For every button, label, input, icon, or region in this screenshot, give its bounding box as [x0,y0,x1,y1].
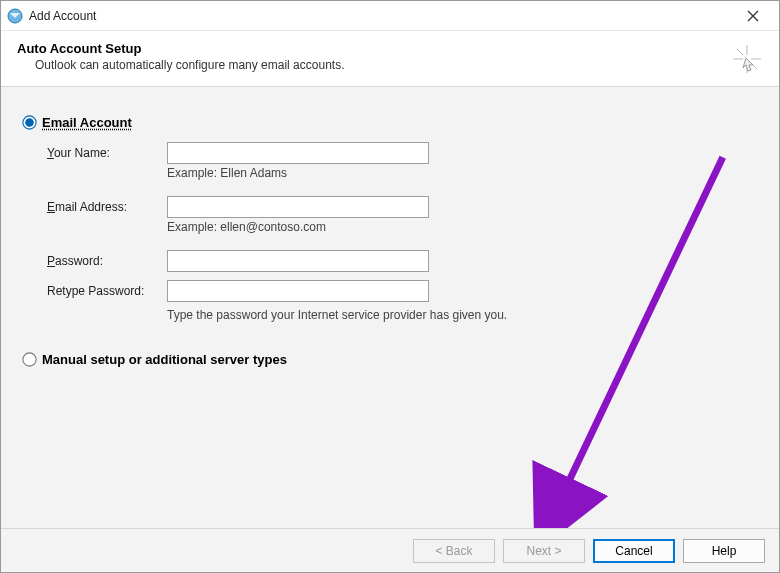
wizard-content: Email Account Your Name: Example: Ellen … [1,87,779,528]
option-manual-setup[interactable]: Manual setup or additional server types [23,352,757,367]
svg-line-5 [737,49,743,55]
label-retype-password: Retype Password: [47,284,167,298]
row-your-name: Your Name: [47,142,757,164]
input-password[interactable] [167,250,429,272]
outlook-icon [7,8,23,24]
radio-email-account[interactable] [22,115,36,129]
option-email-account[interactable]: Email Account [23,115,757,130]
hint-password: Type the password your Internet service … [47,308,757,322]
hint-your-name: Example: Ellen Adams [47,166,757,180]
radio-manual-setup-label[interactable]: Manual setup or additional server types [42,352,287,367]
window-title: Add Account [29,9,733,23]
input-your-name[interactable] [167,142,429,164]
help-button[interactable]: Help [683,539,765,563]
label-password: Password: [47,254,167,268]
input-email[interactable] [167,196,429,218]
sparkle-cursor-icon [733,45,761,73]
row-retype-password: Retype Password: [47,280,757,302]
titlebar: Add Account [1,1,779,31]
add-account-dialog: Add Account Auto Account Setup Outlook c… [0,0,780,573]
header-title: Auto Account Setup [17,41,763,56]
label-email: Email Address: [47,200,167,214]
wizard-footer: < Back Next > Cancel Help [1,528,779,572]
row-email: Email Address: [47,196,757,218]
cancel-button[interactable]: Cancel [593,539,675,563]
close-button[interactable] [733,2,773,30]
radio-manual-setup[interactable] [22,352,36,366]
header-subtitle: Outlook can automatically configure many… [17,58,763,72]
input-retype-password[interactable] [167,280,429,302]
next-button[interactable]: Next > [503,539,585,563]
hint-email: Example: ellen@contoso.com [47,220,757,234]
row-password: Password: [47,250,757,272]
radio-email-account-label[interactable]: Email Account [42,115,132,130]
back-button[interactable]: < Back [413,539,495,563]
label-your-name: Your Name: [47,146,167,160]
wizard-header: Auto Account Setup Outlook can automatic… [1,31,779,87]
email-account-form: Your Name: Example: Ellen Adams Email Ad… [23,142,757,322]
